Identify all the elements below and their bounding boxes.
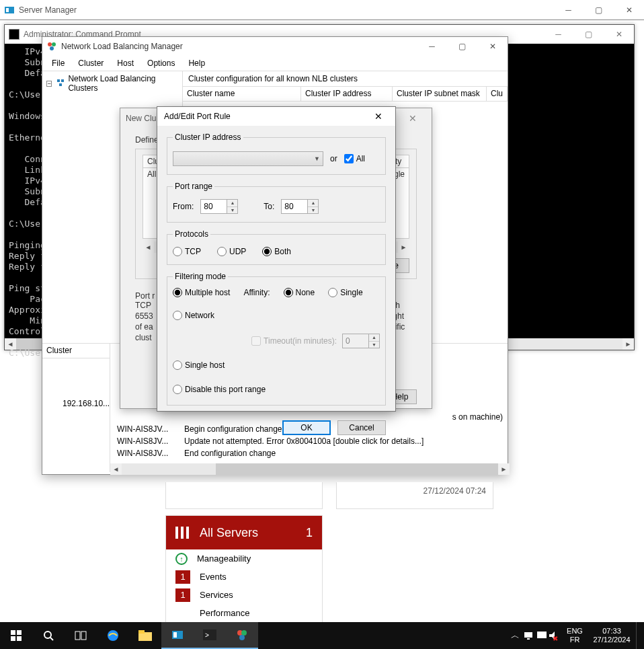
tree-collapse-icon[interactable]: − bbox=[46, 81, 52, 87]
taskbar-server-manager[interactable] bbox=[161, 622, 194, 649]
col-subnet-mask[interactable]: Cluster IP subnet mask bbox=[393, 87, 487, 102]
close-button[interactable]: ✕ bbox=[614, 0, 644, 20]
scroll-left-button[interactable]: ◄ bbox=[5, 338, 16, 350]
spin-up-icon[interactable]: ▲ bbox=[308, 200, 318, 207]
log-msg-extra: s on machine) bbox=[452, 412, 503, 422]
tray-chevron-up-icon[interactable]: ︿ bbox=[508, 622, 522, 649]
defined-rules-label: Define bbox=[135, 135, 159, 145]
taskbar-nlb[interactable] bbox=[226, 622, 258, 649]
col-cluster-ip[interactable]: Cluster IP address bbox=[301, 87, 393, 102]
nlb-close-button[interactable]: ✕ bbox=[477, 37, 508, 56]
tile-row-events[interactable]: 1 Events bbox=[166, 568, 322, 586]
system-tray[interactable]: ︿ ✖ ENG FR 07:33 27/12/2024 bbox=[504, 622, 644, 649]
ok-button[interactable]: OK bbox=[282, 420, 331, 435]
port-range-group: Port range From: ▲▼ To: ▲▼ bbox=[167, 182, 386, 223]
col-more[interactable]: Clu bbox=[487, 87, 508, 102]
mode-single-radio[interactable]: Single host bbox=[173, 360, 225, 370]
port-to-spinner[interactable]: ▲▼ bbox=[281, 199, 319, 214]
port-to-input[interactable] bbox=[282, 200, 307, 213]
spin-down-icon[interactable]: ▼ bbox=[227, 207, 237, 214]
log-host: WIN-AIS8JV... bbox=[117, 449, 179, 458]
tray-network-icon[interactable] bbox=[522, 622, 535, 649]
search-button[interactable] bbox=[32, 622, 65, 649]
log-cluster-cell[interactable]: 192.168.10... bbox=[42, 358, 110, 408]
cancel-button[interactable]: Cancel bbox=[337, 420, 386, 435]
all-servers-header[interactable]: All Servers 1 bbox=[166, 516, 322, 549]
menu-help[interactable]: Help bbox=[182, 57, 212, 69]
all-checkbox[interactable]: All bbox=[344, 154, 365, 163]
scroll-right-button[interactable]: ► bbox=[622, 338, 634, 350]
all-checkbox-input[interactable] bbox=[344, 154, 354, 163]
affinity-single-radio[interactable]: Single bbox=[328, 288, 362, 297]
proto-both-radio[interactable]: Both bbox=[262, 247, 291, 256]
spin-up-icon: ▲ bbox=[369, 334, 379, 342]
servers-icon bbox=[175, 527, 190, 539]
log-col-cluster[interactable]: Cluster bbox=[42, 344, 110, 358]
scroll-right-button[interactable]: ► bbox=[398, 241, 409, 253]
from-label: From: bbox=[173, 202, 194, 211]
mode-multiple-radio[interactable]: Multiple host bbox=[173, 288, 230, 297]
tile-row-services[interactable]: 1 Services bbox=[166, 586, 322, 604]
scroll-left-button[interactable]: ◄ bbox=[143, 241, 154, 253]
mode-disable-radio[interactable]: Disable this port range bbox=[173, 385, 266, 394]
cmd-maximize-button[interactable]: ▢ bbox=[573, 26, 604, 44]
menu-file[interactable]: File bbox=[45, 57, 71, 69]
tile-row-manageability[interactable]: ↑ Manageability bbox=[166, 549, 322, 568]
server-manager-titlebar: Server Manager ─ ▢ ✕ bbox=[0, 0, 644, 20]
log-horizontal-scrollbar[interactable]: ◄ ► bbox=[110, 463, 510, 475]
filtering-legend: Filtering mode bbox=[173, 272, 228, 281]
new-cluster-close-button[interactable]: ✕ bbox=[399, 110, 426, 126]
clock[interactable]: 07:33 27/12/2024 bbox=[588, 627, 636, 644]
taskbar: > ︿ ✖ ENG FR 07:33 27/12/2024 bbox=[0, 622, 644, 649]
taskbar-explorer[interactable] bbox=[129, 622, 161, 649]
tray-network2-icon[interactable] bbox=[535, 622, 549, 649]
language-indicator[interactable]: ENG FR bbox=[562, 627, 588, 644]
cluster-ip-combo[interactable]: ▼ bbox=[173, 151, 323, 166]
log-row[interactable]: WIN-AIS8JV... End configuration change bbox=[117, 447, 503, 459]
cmd-minimize-button[interactable]: ─ bbox=[543, 26, 573, 44]
nlb-maximize-button[interactable]: ▢ bbox=[447, 37, 477, 56]
scroll-left-button[interactable]: ◄ bbox=[110, 463, 122, 475]
scroll-thumb[interactable] bbox=[216, 463, 498, 475]
start-button[interactable] bbox=[0, 622, 32, 649]
nc-row-all: All bbox=[147, 169, 156, 179]
spin-down-icon[interactable]: ▼ bbox=[308, 207, 318, 214]
show-desktop-button[interactable] bbox=[636, 622, 640, 649]
dash-card-left bbox=[165, 482, 323, 509]
nlb-minimize-button[interactable]: ─ bbox=[417, 37, 447, 56]
svg-rect-9 bbox=[17, 630, 22, 635]
svg-point-12 bbox=[44, 632, 51, 638]
task-view-button[interactable] bbox=[65, 622, 97, 649]
port-rule-desc-label: Port r bbox=[135, 291, 155, 301]
svg-rect-28 bbox=[537, 632, 547, 638]
svg-text:>: > bbox=[205, 632, 209, 639]
menu-options[interactable]: Options bbox=[140, 57, 182, 69]
tree-root[interactable]: − Network Load Balancing Clusters bbox=[44, 73, 181, 94]
svg-point-2 bbox=[48, 42, 52, 46]
taskbar-cmd[interactable]: > bbox=[194, 622, 226, 649]
timeout-input bbox=[343, 334, 368, 348]
nlb-titlebar: Network Load Balancing Manager ─ ▢ ✕ bbox=[42, 37, 508, 56]
menu-cluster[interactable]: Cluster bbox=[71, 57, 110, 69]
maximize-button[interactable]: ▢ bbox=[583, 0, 614, 20]
spin-up-icon[interactable]: ▲ bbox=[227, 200, 237, 207]
protocols-legend: Protocols bbox=[173, 229, 210, 239]
affinity-network-radio[interactable]: Network bbox=[173, 311, 214, 320]
svg-rect-5 bbox=[57, 79, 60, 82]
affinity-none-radio[interactable]: None bbox=[284, 288, 315, 297]
taskbar-ie[interactable] bbox=[97, 622, 129, 649]
all-servers-tile[interactable]: All Servers 1 ↑ Manageability 1 Events 1… bbox=[165, 515, 323, 623]
minimize-button[interactable]: ─ bbox=[553, 0, 583, 20]
cmd-close-button[interactable]: ✕ bbox=[604, 26, 634, 44]
scroll-right-button[interactable]: ► bbox=[498, 463, 510, 475]
proto-tcp-radio[interactable]: TCP bbox=[173, 247, 201, 256]
proto-udp-radio[interactable]: UDP bbox=[217, 247, 246, 256]
port-rule-close-button[interactable]: ✕ bbox=[368, 108, 389, 124]
port-from-spinner[interactable]: ▲▼ bbox=[200, 199, 238, 214]
menu-host[interactable]: Host bbox=[110, 57, 140, 69]
tile-row-performance[interactable]: Performance bbox=[166, 604, 322, 622]
tray-volume-icon[interactable]: ✖ bbox=[549, 622, 562, 649]
port-from-input[interactable] bbox=[201, 200, 227, 213]
col-cluster-name[interactable]: Cluster name bbox=[183, 87, 301, 102]
port-rule-dialog: Add/Edit Port Rule ✕ Cluster IP address … bbox=[157, 106, 396, 412]
